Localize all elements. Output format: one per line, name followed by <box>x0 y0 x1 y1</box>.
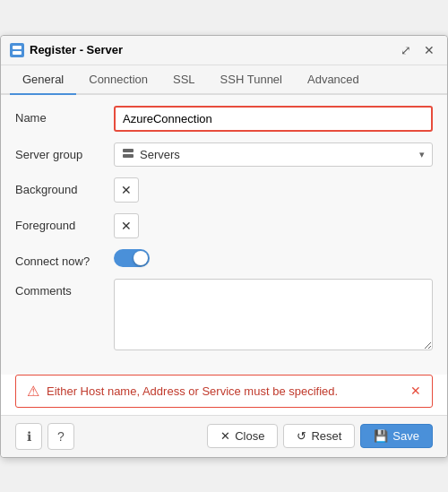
background-row: Background ✕ <box>15 177 433 203</box>
connect-now-label: Connect now? <box>15 249 114 268</box>
error-message: Either Host name, Address or Service mus… <box>47 384 403 398</box>
connect-now-toggle[interactable] <box>114 249 150 267</box>
save-icon: 💾 <box>374 429 388 443</box>
error-close-button[interactable]: ✕ <box>410 384 421 398</box>
foreground-label: Foreground <box>15 213 114 232</box>
foreground-row: Foreground ✕ <box>15 213 433 238</box>
help-icon: ? <box>57 429 65 444</box>
form-content: Name Server group Servers ▾ <box>1 95 447 375</box>
toggle-knob <box>134 251 148 265</box>
title-bar: Register - Server ⤢ ✕ <box>1 36 447 65</box>
server-group-field-wrapper: Servers ▾ <box>114 142 433 167</box>
register-server-dialog: Register - Server ⤢ ✕ General Connection… <box>0 35 448 458</box>
foreground-color-button[interactable]: ✕ <box>114 213 139 238</box>
background-label: Background <box>15 177 114 196</box>
chevron-down-icon: ▾ <box>419 149 425 160</box>
svg-rect-0 <box>13 46 22 49</box>
server-group-select[interactable]: Servers ▾ <box>114 142 433 167</box>
foreground-field-wrapper: ✕ <box>114 213 433 238</box>
server-group-value: Servers <box>140 148 414 161</box>
comments-row: Comments <box>15 279 433 353</box>
name-row: Name <box>15 106 433 132</box>
reset-button[interactable]: ↺ Reset <box>283 424 355 448</box>
tab-connection[interactable]: Connection <box>76 65 160 95</box>
error-bar: ⚠ Either Host name, Address or Service m… <box>15 375 433 408</box>
close-window-button[interactable]: ✕ <box>420 41 438 59</box>
error-icon: ⚠ <box>27 383 39 400</box>
connect-now-row: Connect now? <box>15 249 433 268</box>
title-bar-left: Register - Server <box>10 43 123 57</box>
comments-field-wrapper <box>114 279 433 353</box>
svg-rect-1 <box>13 51 22 55</box>
info-button[interactable]: ℹ <box>15 423 42 450</box>
window-title: Register - Server <box>30 43 123 56</box>
tab-bar: General Connection SSL SSH Tunnel Advanc… <box>1 65 447 95</box>
close-button[interactable]: ✕ Close <box>207 424 278 448</box>
svg-rect-2 <box>123 149 134 152</box>
footer-left: ℹ ? <box>15 423 74 450</box>
connect-now-field-wrapper <box>114 249 433 267</box>
server-group-row: Server group Servers ▾ <box>15 142 433 167</box>
footer-right: ✕ Close ↺ Reset 💾 Save <box>207 424 433 448</box>
background-color-button[interactable]: ✕ <box>114 177 139 203</box>
tab-ssl[interactable]: SSL <box>160 65 208 95</box>
tab-advanced[interactable]: Advanced <box>295 65 372 95</box>
maximize-button[interactable]: ⤢ <box>397 41 415 59</box>
server-group-icon <box>122 147 134 162</box>
name-input[interactable] <box>114 106 433 132</box>
tab-ssh-tunnel[interactable]: SSH Tunnel <box>208 65 295 95</box>
comments-textarea[interactable] <box>114 279 433 350</box>
save-button[interactable]: 💾 Save <box>360 424 433 448</box>
help-button[interactable]: ? <box>47 423 74 450</box>
tab-general[interactable]: General <box>10 65 76 95</box>
connect-now-toggle-wrapper <box>114 249 433 267</box>
reset-icon: ↺ <box>297 429 306 443</box>
comments-label: Comments <box>15 279 114 298</box>
svg-rect-3 <box>123 154 134 158</box>
footer: ℹ ? ✕ Close ↺ Reset 💾 Save <box>1 415 447 457</box>
server-icon <box>10 43 24 57</box>
name-label: Name <box>15 106 114 125</box>
name-field-wrapper <box>114 106 433 132</box>
close-icon: ✕ <box>220 429 230 443</box>
background-field-wrapper: ✕ <box>114 177 433 203</box>
server-group-label: Server group <box>15 142 114 161</box>
info-icon: ℹ <box>27 429 31 444</box>
title-bar-controls: ⤢ ✕ <box>397 41 438 59</box>
